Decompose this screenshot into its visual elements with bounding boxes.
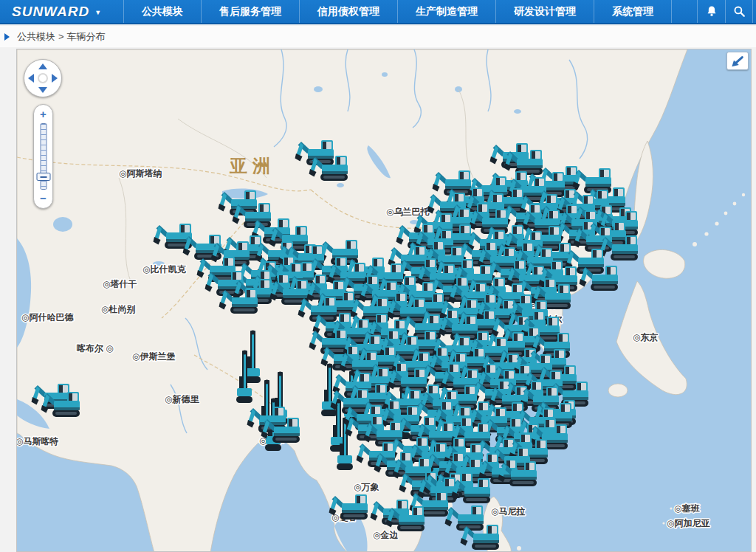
city-label: ◎伊斯兰堡 xyxy=(132,351,175,362)
nav-item-credit[interactable]: 信用债权管理 xyxy=(299,0,397,23)
nav-item-label: 研发设计管理 xyxy=(514,5,576,18)
zoom-slider-handle[interactable] xyxy=(36,173,50,181)
search-icon xyxy=(732,4,746,18)
pan-down-arrow-icon[interactable] xyxy=(38,87,47,93)
city-label: 喀布尔 ◎ xyxy=(77,343,114,353)
nav-item-label: 公共模块 xyxy=(142,5,183,18)
zoom-in-button[interactable]: + xyxy=(34,108,52,120)
zoom-out-button[interactable]: − xyxy=(34,193,52,204)
logo-caret-icon: ▼ xyxy=(94,9,101,16)
search-button[interactable] xyxy=(725,0,753,23)
nav-item-public-module[interactable]: 公共模块 xyxy=(123,0,201,23)
city-label: ◎杜尚别 xyxy=(101,304,135,314)
top-bar: SUNWARD ▼ 公共模块 售后服务管理 信用债权管理 生产制造管理 研发设计… xyxy=(0,0,756,24)
bell-icon xyxy=(704,4,719,19)
pan-left-arrow-icon[interactable] xyxy=(28,74,34,83)
map-pan-control xyxy=(24,59,62,97)
notifications-button[interactable] xyxy=(697,0,725,23)
nav-item-production[interactable]: 生产制造管理 xyxy=(397,0,495,23)
map-canvas[interactable]: 亚洲 ◎阿斯塔纳◎乌兰巴托◎比什凯克◎塔什干◎杜尚别◎阿什哈巴德喀布尔 ◎◎伊斯… xyxy=(17,49,752,552)
nav-item-label: 系统管理 xyxy=(612,5,653,18)
city-label: ◎塔什干 xyxy=(103,279,137,289)
nav-item-system[interactable]: 系统管理 xyxy=(594,0,672,23)
city-label: ◎阿什哈巴德 xyxy=(21,312,74,322)
nav-item-label: 信用债权管理 xyxy=(317,5,379,18)
nav-item-aftersales[interactable]: 售后服务管理 xyxy=(201,0,299,23)
breadcrumb-arrow-icon[interactable] xyxy=(4,33,10,41)
pan-up-arrow-icon[interactable] xyxy=(38,63,47,69)
city-label: ◎比什凯克 xyxy=(142,264,186,275)
city-label: ◎东京 xyxy=(633,332,658,342)
map-zoom-slider: + − xyxy=(33,104,53,209)
region-label-asia: 亚洲 xyxy=(229,156,275,176)
city-label: ◎乌兰巴托 xyxy=(386,207,430,217)
breadcrumb-module: 公共模块 xyxy=(17,31,55,42)
city-label: ◎马斯喀特 xyxy=(17,436,58,446)
city-label: ◎阿加尼亚 xyxy=(667,518,710,528)
pan-right-arrow-icon[interactable] xyxy=(52,74,58,83)
breadcrumb-bar: 公共模块>车辆分布 xyxy=(0,26,756,47)
city-label: ◎新德里 xyxy=(165,394,199,404)
city-label: ◎金边 xyxy=(373,530,398,540)
city-label: ◎万象 xyxy=(354,482,379,492)
breadcrumb: 公共模块>车辆分布 xyxy=(17,30,106,44)
breadcrumb-page: 车辆分布 xyxy=(67,31,106,42)
nav-item-label: 生产制造管理 xyxy=(416,5,478,18)
main-nav: 公共模块 售后服务管理 信用债权管理 生产制造管理 研发设计管理 系统管理 xyxy=(123,0,672,23)
nav-item-rnd[interactable]: 研发设计管理 xyxy=(495,0,594,23)
map-panel: 亚洲 ◎阿斯塔纳◎乌兰巴托◎比什凯克◎塔什干◎杜尚别◎阿什哈巴德喀布尔 ◎◎伊斯… xyxy=(16,49,752,552)
city-label: ◎阿斯塔纳 xyxy=(119,168,162,179)
city-label: ◎塞班 xyxy=(674,503,700,514)
nav-item-label: 售后服务管理 xyxy=(219,5,281,18)
pan-center-icon[interactable] xyxy=(38,73,48,83)
logo-text: SUNWARD xyxy=(12,4,89,20)
sunward-logo[interactable]: SUNWARD ▼ xyxy=(0,4,111,20)
map-collapse-button[interactable] xyxy=(726,52,749,70)
collapse-arrow-icon xyxy=(730,55,745,68)
city-label: ◎马尼拉 xyxy=(491,506,525,517)
breadcrumb-separator: > xyxy=(58,31,64,42)
